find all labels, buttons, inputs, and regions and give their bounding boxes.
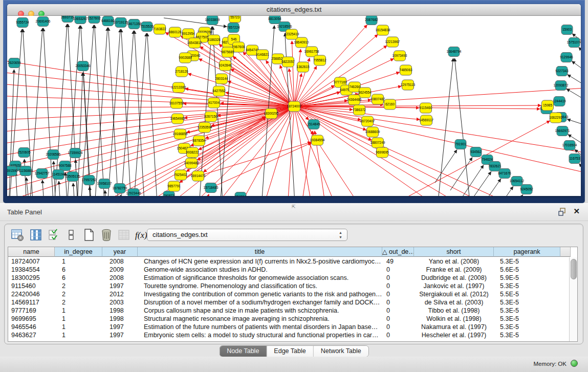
network-node[interactable]: 10653267 <box>73 16 88 24</box>
table-row[interactable]: 946554611997Estimation of the future num… <box>8 323 577 331</box>
network-node[interactable]: 12325419 <box>285 29 299 39</box>
network-node[interactable]: 791901 <box>455 140 466 149</box>
network-node[interactable]: 12923448 <box>126 189 141 196</box>
network-node[interactable]: 7515526 <box>140 22 154 32</box>
network-node[interactable]: 10958107 <box>97 179 112 189</box>
network-node[interactable]: 16107552 <box>169 98 184 108</box>
network-node[interactable]: 2620659 <box>8 58 21 68</box>
network-node[interactable]: 2803144 <box>215 74 228 84</box>
show-columns-icon[interactable] <box>29 228 42 242</box>
network-canvas[interactable]: 1872400793557242069140626937191065326715… <box>7 16 581 196</box>
network-node[interactable]: 9115460 <box>420 103 432 113</box>
network-node[interactable]: 9355724 <box>16 18 29 28</box>
select-columns-icon[interactable] <box>48 228 61 242</box>
network-node[interactable]: 24364486 <box>347 95 362 105</box>
network-node[interactable]: 10719135 <box>114 18 128 28</box>
table-settings-icon[interactable] <box>11 228 24 242</box>
network-node[interactable]: 790873 <box>163 191 175 196</box>
network-node[interactable]: 16033809 <box>205 16 220 25</box>
network-node[interactable]: 6822057 <box>281 57 295 67</box>
column-header-short[interactable]: short <box>414 247 494 257</box>
network-node[interactable]: 1514845 <box>307 120 320 129</box>
network-node[interactable]: 9699695 <box>376 147 389 158</box>
network-node[interactable]: 8471676 <box>498 169 511 179</box>
column-header-year[interactable]: year <box>102 247 138 257</box>
network-node[interactable]: 12942757 <box>35 169 50 179</box>
network-node[interactable]: 16543812 <box>187 38 202 48</box>
network-node[interactable]: 9227343 <box>555 67 569 76</box>
network-node[interactable]: 20053346 <box>76 61 91 71</box>
network-node[interactable]: 15751074 <box>567 38 581 48</box>
column-header-pagerank[interactable]: pagerank <box>494 247 560 257</box>
network-node[interactable]: 16154838 <box>376 25 390 35</box>
network-node[interactable]: 8860128 <box>168 27 182 37</box>
network-node[interactable]: 7386372 <box>353 105 366 115</box>
network-node[interactable]: 20206586 <box>46 150 61 160</box>
table-selector-dropdown[interactable]: citations_edges.txt ▲▼ <box>147 229 347 241</box>
network-node[interactable]: 8912954 <box>182 29 195 39</box>
network-node[interactable]: 17359924 <box>68 148 83 158</box>
network-node[interactable]: 13505135 <box>66 172 80 182</box>
network-node[interactable]: 2520605 <box>17 148 31 158</box>
network-node[interactable]: 1527602 <box>88 16 101 24</box>
network-node[interactable]: 7163822 <box>153 24 166 34</box>
network-node[interactable]: 14099489 <box>184 158 199 168</box>
network-node[interactable]: 18300295 <box>264 108 279 119</box>
network-node[interactable]: 19384554 <box>310 135 325 145</box>
network-node[interactable]: 7857224 <box>227 23 240 33</box>
column-header-title[interactable]: title <box>138 247 382 257</box>
network-node[interactable]: 9242848 <box>219 60 232 71</box>
network-node[interactable]: 1662293 <box>549 113 562 123</box>
tab-node-table[interactable]: Node Table <box>220 346 267 357</box>
network-node[interactable]: 9938222 <box>186 147 199 158</box>
table-row[interactable]: 2242004622012Investigating the contribut… <box>8 290 577 298</box>
network-node[interactable]: 15692971 <box>555 126 570 136</box>
network-node[interactable]: 19166855 <box>173 129 188 139</box>
network-node[interactable]: 934562 <box>470 147 482 157</box>
network-node[interactable]: 9129946 <box>560 53 573 62</box>
network-node[interactable]: 1362615 <box>296 62 310 72</box>
network-node[interactable]: 9097588 <box>58 161 72 171</box>
network-node[interactable]: 10973493 <box>393 51 407 61</box>
network-node[interactable]: 10688609 <box>365 127 380 137</box>
network-node[interactable]: 20691406 <box>36 17 51 27</box>
network-node[interactable]: 9245052 <box>520 185 533 194</box>
table-row[interactable]: 911546021997Tourette syndrome. Phenomeno… <box>8 282 577 290</box>
new-table-icon[interactable] <box>82 228 96 242</box>
network-node[interactable]: 924504 <box>235 192 246 196</box>
network-window-titlebar[interactable]: citations_edges.txt <box>7 4 581 16</box>
column-header-△ out_de…[interactable]: △ out_de… <box>382 247 414 257</box>
network-node[interactable]: 7625402 <box>174 170 187 180</box>
network-node[interactable]: 417004 <box>208 98 220 108</box>
network-node[interactable]: 14569117 <box>419 115 434 125</box>
network-node[interactable]: 12975115 <box>401 80 416 90</box>
network-node[interactable]: 7485063 <box>399 65 412 75</box>
table-row[interactable]: 1938455462009Genome-wide association stu… <box>8 266 577 274</box>
network-node[interactable]: 8267150 <box>204 112 217 122</box>
tab-network-table[interactable]: Network Table <box>314 346 368 357</box>
memory-status-icon[interactable] <box>571 360 578 367</box>
table-row[interactable]: 1872400712008Changes of HCN gene express… <box>8 257 577 266</box>
network-node[interactable]: 18807249 <box>371 138 385 148</box>
float-panel-icon[interactable] <box>558 208 567 216</box>
network-node[interactable]: 17016504 <box>562 141 577 150</box>
tab-edge-table[interactable]: Edge Table <box>267 346 313 357</box>
network-node[interactable]: 10654112 <box>510 177 525 186</box>
table-row[interactable]: 1456911722003Disruption of a novel membe… <box>8 298 577 307</box>
column-header-name[interactable]: name <box>8 247 55 257</box>
network-node[interactable]: 17957252 <box>82 176 97 185</box>
network-node[interactable]: 16648794 <box>447 47 462 57</box>
network-node[interactable]: 9902689 <box>179 53 192 63</box>
table-row[interactable]: 969969511998Structural magnetic resonanc… <box>8 315 577 323</box>
import-table-icon[interactable] <box>117 228 130 242</box>
network-node[interactable]: 1145194 <box>52 170 65 180</box>
delete-table-icon[interactable] <box>100 228 113 242</box>
close-panel-icon[interactable]: ✕ <box>573 207 580 216</box>
network-node[interactable]: 9857791 <box>167 181 181 191</box>
network-node[interactable]: 9875685 <box>221 47 234 57</box>
network-node[interactable]: 62160 <box>384 99 396 110</box>
network-node[interactable]: 55723 <box>229 16 241 23</box>
table-row[interactable]: 977716911998Corpus callosum shape and si… <box>8 307 577 315</box>
network-node[interactable]: 9146821 <box>256 50 269 60</box>
network-node[interactable]: 15903 <box>561 25 573 35</box>
